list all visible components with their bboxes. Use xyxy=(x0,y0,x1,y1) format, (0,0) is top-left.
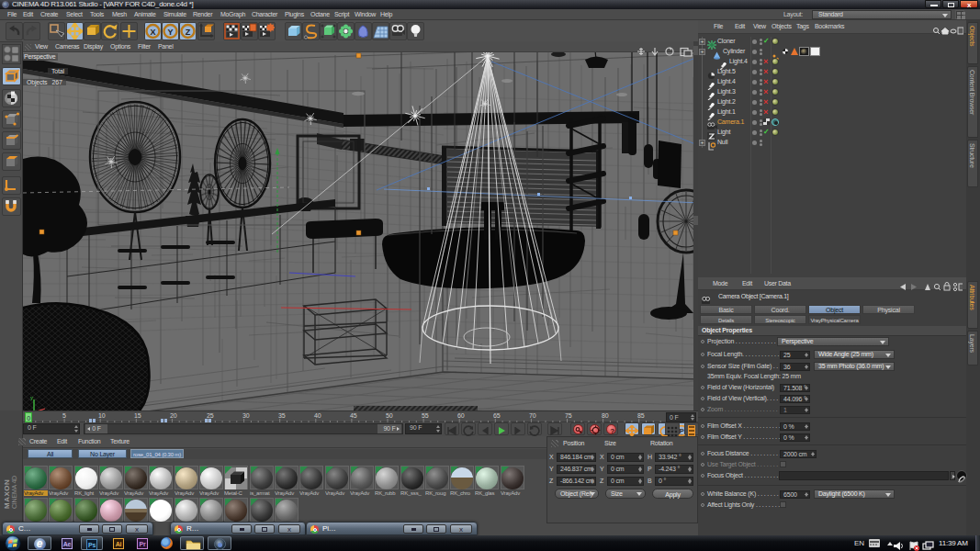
svg-text:Z: Z xyxy=(186,28,191,37)
svg-text:Y: Y xyxy=(168,28,174,37)
svg-text:X: X xyxy=(151,28,156,37)
svg-text:y: y xyxy=(30,395,33,400)
svg-text:?: ? xyxy=(610,426,614,434)
